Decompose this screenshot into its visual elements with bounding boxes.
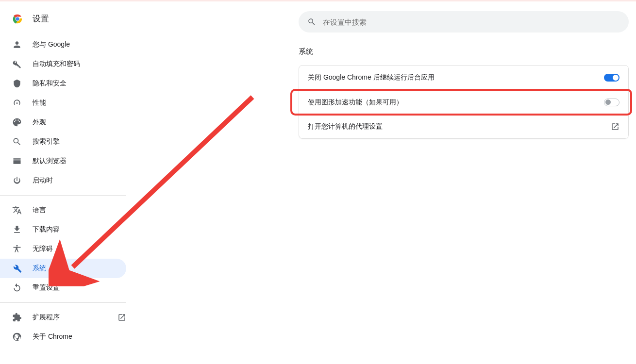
sidebar-item-extensions[interactable]: 扩展程序: [0, 308, 126, 327]
sidebar-item-label: 隐私和安全: [33, 79, 126, 88]
person-icon: [12, 40, 22, 50]
download-icon: [12, 225, 22, 234]
sidebar: 设置 您与 Google自动填充和密码隐私和安全性能外观搜索引擎默认浏览器启动时…: [0, 1, 126, 364]
sidebar-item-system[interactable]: 系统: [0, 259, 126, 278]
sidebar-item-label: 自动填充和密码: [33, 60, 126, 68]
sidebar-item-label: 启动时: [33, 176, 126, 185]
page-title: 设置: [33, 13, 49, 24]
power-icon: [12, 176, 22, 185]
open-external-icon: [611, 122, 619, 131]
sidebar-item-label: 语言: [33, 206, 126, 215]
key-icon: [12, 59, 22, 69]
setting-row[interactable]: 打开您计算机的代理设置: [299, 114, 628, 138]
sidebar-item-people[interactable]: 您与 Google: [0, 35, 126, 54]
browser-icon: [12, 156, 22, 166]
toggle-switch[interactable]: [604, 99, 619, 106]
sidebar-item-label: 您与 Google: [33, 40, 126, 49]
sidebar-item-label: 搜索引擎: [33, 137, 126, 146]
sidebar-item-default[interactable]: 默认浏览器: [0, 151, 126, 171]
accessibility-icon: [12, 244, 22, 254]
translate-icon: [12, 205, 22, 215]
sidebar-item-privacy[interactable]: 隐私和安全: [0, 74, 126, 93]
speed-icon: [12, 98, 22, 108]
sidebar-item-autofill[interactable]: 自动填充和密码: [0, 54, 126, 74]
sidebar-item-label: 性能: [33, 99, 126, 107]
sidebar-item-about[interactable]: 关于 Chrome: [0, 327, 126, 347]
setting-label: 打开您计算机的代理设置: [308, 122, 383, 131]
sidebar-item-label: 无障碍: [33, 245, 126, 253]
sidebar-item-reset[interactable]: 重置设置: [0, 278, 126, 298]
section-title: 系统: [299, 47, 629, 56]
sidebar-item-label: 下载内容: [33, 225, 126, 234]
sidebar-item-label: 关于 Chrome: [33, 332, 126, 341]
palette-icon: [12, 117, 22, 127]
search-icon: [307, 17, 316, 26]
sidebar-item-label: 默认浏览器: [33, 157, 126, 165]
setting-row: 使用图形加速功能（如果可用）: [299, 90, 628, 114]
sidebar-item-search[interactable]: 搜索引擎: [0, 132, 126, 151]
settings-header: 设置: [0, 10, 126, 35]
setting-row: 关闭 Google Chrome 后继续运行后台应用: [299, 66, 628, 90]
main-content: 系统 关闭 Google Chrome 后继续运行后台应用使用图形加速功能（如果…: [126, 1, 636, 364]
search-box[interactable]: [299, 11, 629, 33]
sidebar-item-label: 重置设置: [33, 283, 126, 292]
sidebar-item-label: 外观: [33, 118, 126, 127]
sidebar-item-label: 扩展程序: [33, 313, 113, 322]
settings-card: 关闭 Google Chrome 后继续运行后台应用使用图形加速功能（如果可用）…: [299, 65, 629, 139]
reset-icon: [12, 283, 22, 293]
chrome-icon: [12, 332, 22, 342]
extension-icon: [12, 313, 22, 322]
wrench-icon: [12, 264, 22, 273]
toggle-switch[interactable]: [604, 74, 619, 82]
search-input[interactable]: [323, 18, 620, 26]
sidebar-item-a11y[interactable]: 无障碍: [0, 239, 126, 259]
setting-label: 关闭 Google Chrome 后继续运行后台应用: [308, 73, 435, 82]
sidebar-item-performance[interactable]: 性能: [0, 93, 126, 113]
sidebar-item-downloads[interactable]: 下载内容: [0, 220, 126, 239]
sidebar-item-language[interactable]: 语言: [0, 200, 126, 220]
search-icon: [12, 137, 22, 147]
chrome-logo-icon: [12, 14, 23, 24]
open-external-icon: [117, 313, 126, 322]
sidebar-item-appearance[interactable]: 外观: [0, 113, 126, 132]
sidebar-item-startup[interactable]: 启动时: [0, 171, 126, 190]
sidebar-item-label: 系统: [33, 264, 126, 273]
shield-icon: [12, 79, 22, 88]
setting-label: 使用图形加速功能（如果可用）: [308, 98, 403, 107]
